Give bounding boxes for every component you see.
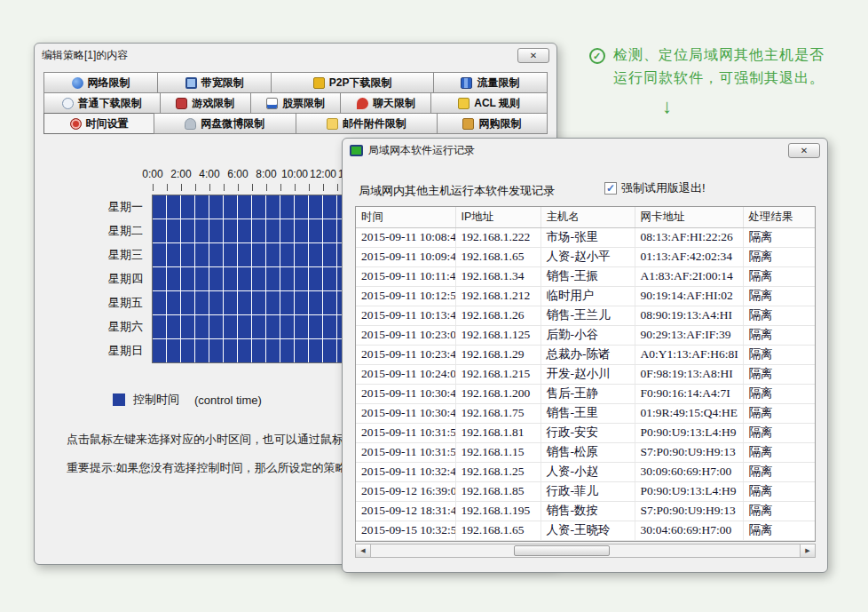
time-cell[interactable]	[181, 267, 194, 290]
policy-close-button[interactable]: ✕	[517, 48, 549, 63]
table-row[interactable]: 2015-09-11 10:31:59192.168.1.15销售-松原S7:P…	[356, 442, 815, 462]
tab-游戏限制[interactable]: 游戏限制	[160, 92, 251, 114]
table-row[interactable]: 2015-09-11 10:30:45192.168.1.200售后-王静F0:…	[356, 384, 815, 403]
tab-P2P下载限制[interactable]: P2P下载限制	[271, 72, 434, 93]
time-cell[interactable]	[153, 243, 166, 266]
column-header[interactable]: 时间	[356, 207, 455, 227]
time-cell[interactable]	[266, 243, 280, 266]
time-cell[interactable]	[295, 339, 308, 362]
time-cell[interactable]	[195, 291, 209, 314]
time-cell[interactable]	[195, 195, 209, 219]
time-cell[interactable]	[209, 243, 223, 266]
time-cell[interactable]	[209, 315, 223, 338]
time-cell[interactable]	[167, 195, 180, 219]
time-cell[interactable]	[295, 267, 308, 290]
time-cell[interactable]	[238, 315, 251, 338]
time-cell[interactable]	[167, 339, 180, 362]
time-cell[interactable]	[181, 291, 194, 314]
tab-邮件附件限制[interactable]: 邮件附件限制	[296, 113, 438, 134]
table-row[interactable]: 2015-09-11 10:09:48192.168.1.65人资-赵小平01:…	[356, 247, 815, 266]
time-cell[interactable]	[167, 315, 180, 338]
table-row[interactable]: 2015-09-11 10:12:55192.168.1.212临时用户90:1…	[356, 286, 815, 306]
time-cell[interactable]	[252, 339, 265, 362]
time-cell[interactable]	[224, 267, 237, 290]
time-cell[interactable]	[238, 195, 251, 219]
time-cell[interactable]	[181, 195, 194, 219]
time-cell[interactable]	[153, 267, 166, 290]
tab-股票限制[interactable]: 股票限制	[250, 92, 342, 114]
time-cell[interactable]	[238, 291, 251, 314]
time-cell[interactable]	[309, 315, 322, 338]
tab-聊天限制[interactable]: 聊天限制	[340, 92, 431, 114]
table-row[interactable]: 2015-09-11 10:31:55192.168.1.81行政-安安P0:9…	[356, 423, 815, 442]
time-cell[interactable]	[238, 219, 251, 242]
time-cell[interactable]	[280, 315, 294, 338]
scroll-left-button[interactable]: ◀	[356, 544, 371, 557]
time-cell[interactable]	[195, 219, 209, 242]
time-cell[interactable]	[280, 267, 294, 290]
time-cell[interactable]	[266, 267, 280, 290]
time-cell[interactable]	[309, 243, 322, 266]
tab-网络限制[interactable]: 网络限制	[43, 72, 158, 93]
table-row[interactable]: 2015-09-11 10:11:43192.168.1.34销售-王振A1:8…	[356, 266, 815, 286]
time-cell[interactable]	[209, 339, 223, 362]
time-cell[interactable]	[252, 291, 265, 314]
tab-网盘微博限制[interactable]: 网盘微博限制	[154, 113, 296, 134]
time-cell[interactable]	[181, 339, 194, 362]
time-cell[interactable]	[309, 195, 322, 219]
time-cell[interactable]	[153, 195, 166, 219]
time-cell[interactable]	[280, 243, 294, 266]
time-cell[interactable]	[195, 243, 209, 266]
time-cell[interactable]	[295, 195, 308, 219]
tab-时间设置[interactable]: 时间设置	[43, 113, 154, 134]
table-row[interactable]: 2015-09-11 10:24:08192.168.1.215开发-赵小川0F…	[356, 364, 815, 384]
table-row[interactable]: 2015-09-11 10:32:40192.168.1.25人资-小赵30:0…	[356, 462, 815, 481]
table-row[interactable]: 2015-09-12 18:31:49192.168.1.195销售-数按S7:…	[356, 501, 815, 521]
time-cell[interactable]	[309, 291, 322, 314]
time-cell[interactable]	[252, 315, 265, 338]
table-row[interactable]: 2015-09-11 10:23:09192.168.1.125后勤-小谷90:…	[356, 325, 815, 345]
time-cell[interactable]	[266, 339, 280, 362]
time-cell[interactable]	[295, 315, 308, 338]
time-cell[interactable]	[280, 339, 294, 362]
policy-titlebar[interactable]: 编辑策略[1]的内容 ✕	[35, 44, 556, 67]
time-cell[interactable]	[266, 219, 280, 242]
time-cell[interactable]	[209, 195, 223, 219]
time-cell[interactable]	[224, 339, 237, 362]
time-cell[interactable]	[153, 219, 166, 242]
checkbox-icon[interactable]: ✓	[604, 182, 617, 195]
column-header[interactable]: 网卡地址	[635, 207, 743, 227]
time-cell[interactable]	[209, 267, 223, 290]
table-row[interactable]: 2015-09-11 10:13:40192.168.1.26销售-王兰儿08:…	[356, 306, 815, 325]
time-cell[interactable]	[238, 339, 251, 362]
time-cell[interactable]	[323, 243, 336, 266]
tab-流量限制[interactable]: 流量限制	[433, 72, 548, 93]
time-cell[interactable]	[224, 315, 237, 338]
time-cell[interactable]	[252, 195, 265, 219]
time-cell[interactable]	[238, 243, 251, 266]
table-row[interactable]: 2015-09-11 10:08:45192.168.1.222市场-张里08:…	[356, 227, 815, 247]
time-cell[interactable]	[323, 315, 336, 338]
time-cell[interactable]	[252, 243, 265, 266]
time-cell[interactable]	[195, 315, 209, 338]
time-cell[interactable]	[309, 267, 322, 290]
time-cell[interactable]	[309, 219, 322, 242]
time-cell[interactable]	[209, 219, 223, 242]
time-cell[interactable]	[280, 291, 294, 314]
table-row[interactable]: 2015-09-15 10:32:56192.168.1.65人资-王晓玲30:…	[356, 521, 815, 540]
tab-带宽限制[interactable]: 带宽限制	[157, 72, 272, 93]
time-cell[interactable]	[295, 219, 308, 242]
time-cell[interactable]	[309, 339, 322, 362]
time-cell[interactable]	[181, 243, 194, 266]
time-cell[interactable]	[266, 195, 280, 219]
tab-网购限制[interactable]: 网购限制	[437, 113, 548, 134]
time-cell[interactable]	[323, 291, 336, 314]
time-cell[interactable]	[295, 243, 308, 266]
records-titlebar[interactable]: 局域网本软件运行记录 ✕	[343, 139, 827, 162]
time-cell[interactable]	[323, 219, 336, 242]
column-header[interactable]: 处理结果	[743, 207, 815, 227]
time-cell[interactable]	[181, 315, 194, 338]
column-header[interactable]: 主机名	[541, 207, 635, 227]
time-cell[interactable]	[195, 267, 209, 290]
time-cell[interactable]	[266, 315, 280, 338]
